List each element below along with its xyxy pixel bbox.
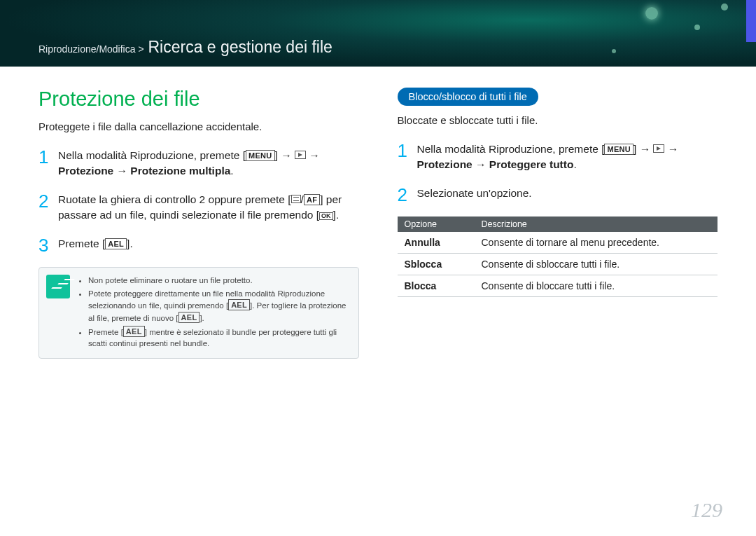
table-header-description: Descrizione bbox=[475, 217, 718, 232]
table-row: Sblocca Consente di sbloccare tutti i fi… bbox=[398, 253, 718, 275]
step-number: 1 bbox=[38, 148, 58, 166]
step-3: 3 Premete [AEL]. bbox=[38, 236, 359, 254]
note-list: Non potete eliminare o ruotare un file p… bbox=[78, 275, 350, 351]
step-body: Nella modalità Riproduzione, premete [ME… bbox=[417, 142, 679, 173]
breadcrumb: Riproduzione/Modifica > Ricerca e gestio… bbox=[38, 38, 332, 57]
left-column: Protezione dei file Proteggete i file da… bbox=[38, 88, 359, 359]
options-table: Opzione Descrizione Annulla Consente di … bbox=[398, 217, 718, 297]
step-body: Selezionate un'opzione. bbox=[417, 186, 532, 201]
step-number: 2 bbox=[398, 186, 417, 204]
step-1: 1 Nella modalità Riproduzione, premete [… bbox=[398, 142, 718, 173]
note-box: Non potete eliminare o ruotare un file p… bbox=[38, 267, 359, 359]
decor-sparkle bbox=[721, 4, 728, 11]
ael-icon: AEL bbox=[105, 238, 127, 249]
table-header-option: Opzione bbox=[398, 217, 475, 232]
play-icon bbox=[295, 151, 306, 159]
step-number: 1 bbox=[398, 142, 417, 160]
play-icon bbox=[653, 144, 664, 153]
step-number: 2 bbox=[38, 192, 58, 210]
step-body: Premete [AEL]. bbox=[58, 236, 133, 252]
step-2: 2 Selezionate un'opzione. bbox=[398, 186, 718, 204]
note-item: Non potete eliminare o ruotare un file p… bbox=[88, 275, 350, 287]
menu-icon: MENU bbox=[246, 150, 275, 161]
subsection-pill: Blocco/sblocco di tutti i file bbox=[398, 88, 538, 106]
table-row: Annulla Consente di tornare al menu prec… bbox=[398, 232, 718, 254]
step-number: 3 bbox=[38, 236, 58, 254]
note-item: Potete proteggere direttamente un file n… bbox=[88, 288, 350, 324]
decor-sparkle bbox=[645, 7, 658, 20]
ael-icon: AEL bbox=[178, 312, 200, 323]
step-body: Ruotate la ghiera di controllo 2 oppure … bbox=[58, 192, 359, 224]
page-number: 129 bbox=[691, 498, 722, 522]
table-row: Blocca Consente di bloccare tutti i file… bbox=[398, 275, 718, 296]
breadcrumb-section: Ricerca e gestione dei file bbox=[148, 38, 332, 56]
decor-sparkle bbox=[612, 49, 616, 53]
ael-icon: AEL bbox=[228, 299, 250, 310]
step-2: 2 Ruotate la ghiera di controllo 2 oppur… bbox=[38, 192, 359, 224]
step-body: Nella modalità Riproduzione, premete [ME… bbox=[58, 148, 320, 179]
section-heading: Protezione dei file bbox=[38, 88, 359, 111]
note-icon bbox=[46, 275, 70, 298]
note-item: Premete [AEL] mentre è selezionato il bu… bbox=[88, 326, 350, 350]
breadcrumb-prefix: Riproduzione/Modifica > bbox=[38, 43, 144, 55]
section-intro: Bloccate e sbloccate tutti i file. bbox=[398, 114, 718, 126]
ok-icon: OK bbox=[319, 212, 333, 220]
right-column: Blocco/sblocco di tutti i file Bloccate … bbox=[398, 88, 718, 359]
disp-icon bbox=[291, 195, 301, 203]
menu-icon: MENU bbox=[604, 144, 634, 155]
ael-icon: AEL bbox=[123, 326, 145, 337]
page-header: Riproduzione/Modifica > Ricerca e gestio… bbox=[0, 0, 756, 67]
page-content: Protezione dei file Proteggete i file da… bbox=[0, 67, 756, 359]
decor-sparkle bbox=[694, 25, 700, 30]
section-intro: Proteggete i file dalla cancellazione ac… bbox=[38, 121, 359, 132]
af-icon: AF bbox=[304, 194, 320, 205]
step-1: 1 Nella modalità Riproduzione, premete [… bbox=[38, 148, 359, 179]
section-tab-marker bbox=[746, 0, 756, 42]
